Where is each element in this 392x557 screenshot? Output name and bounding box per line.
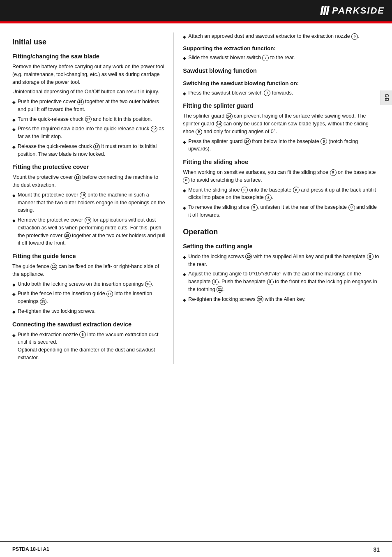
- list-item: ◆Press the required saw blade into the q…: [12, 125, 166, 141]
- list-splinter-guard: ◆Press the splinter guard 14 from below …: [183, 138, 380, 153]
- list-item: ◆Mount the protective cover 18 onto the …: [12, 191, 166, 214]
- subsection-switching-sawdust-on: Switching the sawdust blowing function o…: [183, 79, 380, 88]
- bullet-diamond: ◆: [12, 282, 16, 288]
- circled-number: 14: [244, 138, 251, 145]
- circled-number: 18: [77, 99, 84, 105]
- circled-number: 17: [93, 143, 100, 150]
- circled-number: 6: [351, 33, 358, 40]
- circled-number: 8: [265, 194, 272, 201]
- list-item-text: Adjust the cutting angle to 0°/15°/30°/4…: [188, 270, 380, 293]
- list-item: ◆Press the splinter guard 14 from below …: [183, 138, 380, 153]
- list-item-text: Undo both the locking screws on the inse…: [18, 280, 153, 288]
- bullet-diamond: ◆: [183, 205, 186, 211]
- circled-number: 8: [348, 204, 355, 211]
- body-saw-blade-1: Remove the battery before carrying out a…: [12, 63, 166, 86]
- bullet-diamond: ◆: [12, 332, 16, 338]
- circled-number: 20: [245, 253, 252, 260]
- list-guide-fence: ◆Undo both the locking screws on the ins…: [12, 280, 166, 315]
- page: PARKSIDE GB Initial use Fitting/changing…: [0, 0, 392, 557]
- circled-number: 20: [257, 296, 263, 303]
- circled-number: 18: [80, 192, 86, 199]
- list-item-text: Press the sawdust blower switch 7 forwar…: [188, 89, 293, 97]
- subsection-cutting-angle: Setting the cutting angle: [183, 242, 380, 251]
- bullet-diamond: ◆: [12, 126, 16, 132]
- list-item-text: Push the protective cover 18 together at…: [18, 98, 166, 113]
- list-item: ◆Press the sawdust blower switch 7 forwa…: [183, 89, 380, 97]
- subsection-fitting-saw-blade: Fitting/changing the saw blade: [12, 52, 166, 61]
- list-item: ◆Remove the protective cover 18 for appl…: [12, 216, 166, 247]
- circled-number: 18: [85, 217, 91, 224]
- list-item-text: Slide the sawdust blower switch 7 to the…: [188, 54, 295, 62]
- list-attach-extractor: ◆Attach an approved dust and sawdust ext…: [183, 32, 380, 40]
- list-connecting-sawdust: ◆Push the extraction nozzle 6 into the v…: [12, 331, 166, 362]
- list-item: ◆Slide the sawdust blower switch 7 to th…: [183, 54, 380, 62]
- circled-number: 8: [367, 253, 374, 260]
- list-item-text: Remove the protective cover 18 for appli…: [18, 216, 166, 247]
- list-item: ◆Push the extraction nozzle 6 into the v…: [12, 331, 166, 362]
- list-item-text: Re-tighten the locking screws 20 with th…: [188, 296, 305, 303]
- bullet-diamond: ◆: [12, 291, 16, 297]
- circled-number: 15: [40, 298, 46, 305]
- circled-number: 17: [85, 116, 92, 122]
- main-content: Initial use Fitting/changing the saw bla…: [0, 23, 392, 372]
- circled-number: 8: [183, 177, 189, 184]
- circled-number: 9: [241, 187, 248, 193]
- footer-model: PSTDA 18-Li A1: [12, 546, 49, 553]
- brand-logo: PARKSIDE: [321, 4, 385, 17]
- list-item: ◆Adjust the cutting angle to 0°/15°/30°/…: [183, 270, 380, 293]
- list-saw-blade: ◆Push the protective cover 18 together a…: [12, 98, 166, 158]
- list-item: ◆Undo the locking screws 20 with the sup…: [183, 253, 380, 268]
- bullet-diamond: ◆: [183, 187, 186, 194]
- list-item: ◆Re-tighten the two locking screws.: [12, 307, 166, 315]
- circled-number: 11: [51, 263, 57, 270]
- circled-number: 15: [145, 281, 152, 287]
- footer-page: 31: [373, 545, 380, 554]
- bullet-diamond: ◆: [12, 192, 16, 199]
- bullet-diamond: ◆: [183, 297, 186, 303]
- list-protective-cover: ◆Mount the protective cover 18 onto the …: [12, 191, 166, 247]
- bullet-diamond: ◆: [12, 217, 16, 224]
- header-bar: PARKSIDE: [0, 0, 392, 21]
- bullet-diamond: ◆: [12, 309, 16, 315]
- bullet-diamond: ◆: [12, 117, 16, 123]
- list-supporting-extraction: ◆Slide the sawdust blower switch 7 to th…: [183, 54, 380, 62]
- list-item: ◆Undo both the locking screws on the ins…: [12, 280, 166, 288]
- circled-number: 18: [64, 232, 71, 239]
- list-item-text: Press the required saw blade into the qu…: [18, 125, 166, 141]
- list-item: ◆To remove the sliding shoe 9, unfasten …: [183, 203, 380, 219]
- footer: PSTDA 18-Li A1 31: [0, 541, 392, 557]
- section-title-initial-use: Initial use: [12, 37, 166, 47]
- list-item-text: Attach an approved dust and sawdust extr…: [188, 32, 359, 40]
- circled-number: 9: [251, 204, 258, 211]
- body-guide-fence-1: The guide fence 11 can be fixed on the l…: [12, 263, 166, 278]
- circled-number: 7: [262, 55, 269, 61]
- subsection-protective-cover: Fitting the protective cover: [12, 163, 166, 171]
- brand-name: PARKSIDE: [332, 4, 385, 17]
- list-item: ◆Push the fence into the insertion guide…: [12, 290, 166, 305]
- list-item-text: Push the fence into the insertion guide …: [18, 290, 166, 305]
- list-item: ◆Mount the sliding shoe 9 onto the basep…: [183, 186, 380, 202]
- bullet-diamond: ◆: [12, 99, 16, 105]
- subsection-sawdust-blowing: Sawdust blowing function: [183, 67, 380, 75]
- list-item-text: Turn the quick-release chuck 17 and hold…: [18, 116, 152, 123]
- circled-number: 6: [79, 331, 86, 338]
- list-item: ◆Re-tighten the locking screws 20 with t…: [183, 296, 380, 303]
- circled-number: 21: [217, 286, 223, 293]
- bullet-diamond: ◆: [183, 34, 186, 40]
- list-cutting-angle: ◆Undo the locking screws 20 with the sup…: [183, 253, 380, 303]
- list-item: ◆Push the protective cover 18 together a…: [12, 98, 166, 113]
- circled-number: 8: [293, 187, 300, 193]
- subsection-sliding-shoe: Fitting the sliding shoe: [183, 158, 380, 166]
- list-item-text: Mount the sliding shoe 9 onto the basepl…: [188, 186, 380, 202]
- body-saw-blade-2: Unintentional depressing of the On/Off b…: [12, 88, 166, 96]
- circled-number: 9: [196, 129, 202, 135]
- list-item: ◆Attach an approved dust and sawdust ext…: [183, 32, 380, 40]
- subsection-supporting-extraction: Supporting the extraction function:: [183, 44, 380, 53]
- list-sawdust-blowing: ◆Press the sawdust blower switch 7 forwa…: [183, 89, 380, 97]
- list-item-text: Push the extraction nozzle 6 into the va…: [18, 331, 166, 362]
- bullet-diamond: ◆: [183, 254, 186, 260]
- list-item-text: Undo the locking screws 20 with the supp…: [188, 253, 380, 268]
- col-left: Initial use Fitting/changing the saw bla…: [12, 32, 174, 364]
- list-item-text: Release the quick-release chuck 17 it mu…: [18, 143, 166, 158]
- body-splinter-guard-1: The splinter guard 14 can prevent frayin…: [183, 112, 380, 135]
